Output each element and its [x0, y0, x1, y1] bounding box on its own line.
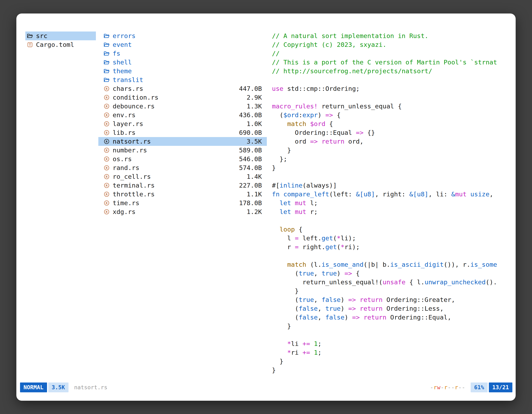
code-line: //: [272, 49, 507, 58]
dir-row[interactable]: src: [25, 31, 96, 40]
file-row[interactable]: Rnatsort.rs3.5K: [98, 137, 267, 146]
folder-open-icon: [27, 33, 34, 39]
item-size: 546.0B: [239, 155, 262, 164]
rust-icon: R: [104, 139, 111, 144]
code-line: [272, 331, 507, 339]
code-line: loop {: [272, 225, 507, 234]
item-size: 1.2K: [247, 207, 262, 216]
folder-open-icon: [104, 77, 111, 83]
parent-pane: srcCargo.toml: [25, 31, 96, 383]
cursor-position-badge: 13/21: [489, 383, 512, 392]
item-size: 1.4K: [247, 172, 262, 181]
svg-text:R: R: [106, 184, 108, 187]
code-line: let mut r;: [272, 207, 507, 216]
code-line: [272, 251, 507, 260]
dir-row[interactable]: translit: [98, 76, 267, 84]
svg-text:R: R: [106, 140, 108, 143]
item-name: errors: [113, 31, 135, 40]
code-line: l = left.get(*li);: [272, 234, 507, 243]
file-row[interactable]: Ros.rs546.0B: [98, 155, 267, 164]
dir-row[interactable]: event: [98, 40, 267, 49]
svg-text:R: R: [106, 131, 108, 135]
item-name: number.rs: [113, 146, 147, 155]
item-size: 1.0K: [247, 119, 262, 128]
code-line: }: [272, 322, 507, 331]
file-row[interactable]: Rcondition.rs2.9K: [98, 93, 267, 102]
item-size: 690.0B: [239, 128, 262, 137]
code-line: }: [272, 146, 507, 155]
file-row[interactable]: Rchars.rs447.0B: [98, 84, 267, 93]
file-row[interactable]: Renv.rs436.0B: [98, 111, 267, 119]
code-line: // A natural sort implementation in Rust…: [272, 31, 507, 40]
item-size: 1.3K: [247, 102, 262, 111]
scroll-percent-badge: 61%: [471, 383, 488, 392]
status-bar: NORMAL 3.5K natsort.rs -rw-r--r-- 61% 13…: [20, 383, 512, 392]
item-size: 447.0B: [239, 84, 262, 93]
svg-text:R: R: [106, 96, 108, 99]
code-line: match $ord {: [272, 119, 507, 128]
file-row[interactable]: Rthrottle.rs1.1K: [98, 190, 267, 199]
rust-icon: R: [104, 104, 111, 109]
rust-icon: R: [104, 95, 111, 100]
code-preview: // A natural sort implementation in Rust…: [272, 31, 507, 375]
code-line: [272, 76, 507, 84]
svg-text:R: R: [106, 105, 108, 108]
item-name: env.rs: [113, 111, 135, 119]
dir-row[interactable]: theme: [98, 67, 267, 76]
rust-icon: R: [104, 121, 111, 127]
item-size: 2.9K: [247, 93, 262, 102]
file-row[interactable]: Rxdg.rs1.2K: [98, 207, 267, 216]
code-line: Ordering::Equal => {}: [272, 128, 507, 137]
item-name: src: [36, 31, 48, 40]
code-line: (true, true) => {: [272, 269, 507, 278]
status-filename: natsort.rs: [74, 383, 108, 392]
file-row[interactable]: Rdebounce.rs1.3K: [98, 102, 267, 111]
file-manager-window: srcCargo.toml errorseventfsshellthemetra…: [16, 13, 516, 401]
file-row[interactable]: Cargo.toml: [25, 40, 96, 49]
item-name: chars.rs: [113, 84, 143, 93]
rust-icon: R: [104, 165, 111, 171]
file-row[interactable]: Rrand.rs574.0B: [98, 164, 267, 172]
code-line: r = right.get(*ri);: [272, 243, 507, 251]
file-row[interactable]: Rterminal.rs227.0B: [98, 181, 267, 190]
code-line: // Copyright (c) 2023, sxyazi.: [272, 40, 507, 49]
code-line: [272, 172, 507, 181]
item-name: translit: [113, 76, 143, 84]
dir-row[interactable]: errors: [98, 31, 267, 40]
code-line: macro_rules! return_unless_equal {: [272, 102, 507, 111]
folder-open-icon: [104, 59, 111, 65]
item-size: 1.1K: [247, 190, 262, 199]
rust-icon: R: [104, 209, 111, 215]
item-size: 3.5K: [247, 137, 262, 146]
code-line: [272, 93, 507, 102]
code-line: (false, true) => return Ordering::Less,: [272, 304, 507, 313]
dir-row[interactable]: shell: [98, 58, 267, 67]
toml-icon: [27, 42, 34, 48]
item-name: event: [113, 40, 132, 49]
folder-open-icon: [104, 33, 111, 39]
code-line: }: [272, 287, 507, 295]
code-line: match (l.is_some_and(|b| b.is_ascii_digi…: [272, 260, 507, 269]
item-name: terminal.rs: [113, 181, 155, 190]
item-name: rand.rs: [113, 164, 139, 172]
item-name: time.rs: [113, 199, 139, 207]
item-name: os.rs: [113, 155, 132, 164]
code-line: (false, false) => return Ordering::Equal…: [272, 313, 507, 322]
panes-area: srcCargo.toml errorseventfsshellthemetra…: [16, 13, 516, 383]
file-row[interactable]: Rro_cell.rs1.4K: [98, 172, 267, 181]
svg-text:R: R: [106, 157, 108, 161]
file-row[interactable]: Rlib.rs690.0B: [98, 128, 267, 137]
file-row[interactable]: Rtime.rs178.0B: [98, 199, 267, 207]
dir-row[interactable]: fs: [98, 49, 267, 58]
rust-icon: R: [104, 174, 111, 179]
code-line: }: [272, 164, 507, 172]
rust-icon: R: [104, 130, 111, 135]
item-size: 227.0B: [239, 181, 262, 190]
file-row[interactable]: Rnumber.rs589.0B: [98, 146, 267, 155]
item-name: shell: [113, 58, 132, 67]
svg-text:R: R: [106, 149, 108, 152]
item-size: 178.0B: [239, 199, 262, 207]
code-line: fn compare_left(left: &[u8], right: &[u8…: [272, 190, 507, 199]
code-line: (true, false) => return Ordering::Greate…: [272, 295, 507, 304]
file-row[interactable]: Rlayer.rs1.0K: [98, 119, 267, 128]
